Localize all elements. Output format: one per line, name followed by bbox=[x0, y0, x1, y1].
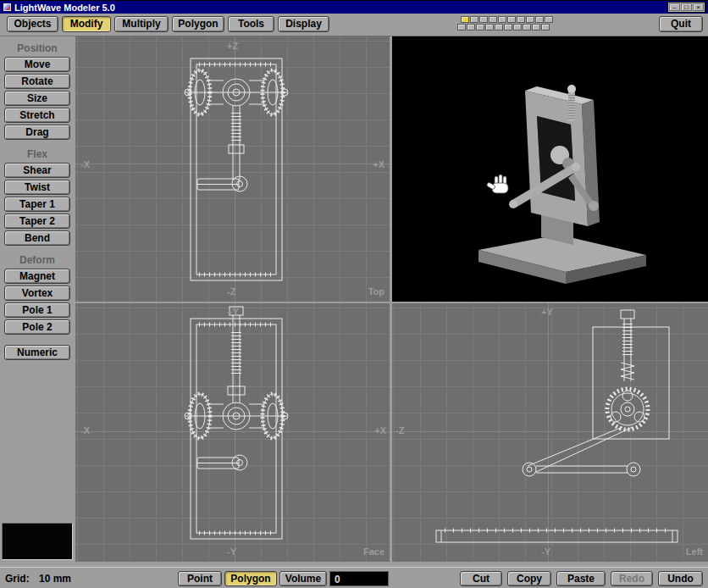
layer-bg-button-8[interactable] bbox=[523, 24, 531, 31]
layer-bg-button-6[interactable] bbox=[504, 24, 512, 31]
layer-bg-button-10[interactable] bbox=[541, 24, 550, 31]
tool-bend[interactable]: Bend bbox=[4, 230, 70, 246]
tool-magnet[interactable]: Magnet bbox=[4, 269, 70, 284]
layer-fg-button-5[interactable] bbox=[498, 16, 506, 23]
numeric-button[interactable]: Numeric bbox=[4, 345, 70, 360]
layer-bg-button-1[interactable] bbox=[457, 24, 466, 31]
tool-pole1[interactable]: Pole 1 bbox=[4, 302, 70, 318]
viewport-name-left: Left bbox=[686, 547, 703, 557]
axis-label-top: +Z bbox=[227, 42, 238, 51]
section-heading-deform: Deform bbox=[0, 255, 75, 266]
window-controls: – □ × bbox=[667, 2, 705, 13]
axis-label-bottom: -Y bbox=[541, 547, 550, 557]
viewport-top[interactable]: +Z -X +X -Z Top bbox=[75, 36, 390, 302]
tab-display[interactable]: Display bbox=[278, 16, 329, 32]
tab-modify[interactable]: Modify bbox=[62, 16, 111, 32]
tool-taper2[interactable]: Taper 2 bbox=[4, 214, 70, 229]
status-bar: Grid: 10 mm Point Polygon Volume 0 Cut C… bbox=[0, 567, 708, 588]
tab-polygon[interactable]: Polygon bbox=[172, 16, 224, 32]
top-view-canvas bbox=[75, 36, 390, 302]
minimize-button[interactable]: – bbox=[669, 3, 680, 11]
tool-drag[interactable]: Drag bbox=[4, 125, 70, 140]
mode-point-button[interactable]: Point bbox=[178, 571, 222, 586]
app-icon bbox=[3, 3, 11, 11]
tool-rotate[interactable]: Rotate bbox=[4, 74, 70, 89]
preview-swatch bbox=[2, 523, 73, 560]
layer-bg-button-4[interactable] bbox=[485, 24, 494, 31]
axis-label-right: +X bbox=[374, 426, 386, 435]
axis-lines bbox=[392, 303, 708, 562]
tool-size[interactable]: Size bbox=[4, 91, 70, 106]
layer-fg-button-7[interactable] bbox=[517, 16, 525, 23]
tool-vortex[interactable]: Vortex bbox=[4, 286, 70, 301]
mode-volume-button[interactable]: Volume bbox=[279, 571, 327, 586]
redo-button[interactable]: Redo bbox=[611, 571, 653, 586]
quit-button[interactable]: Quit bbox=[659, 16, 703, 32]
section-heading-position: Position bbox=[0, 43, 75, 54]
wireframe-face-view bbox=[185, 307, 288, 539]
preview-render-canvas bbox=[392, 36, 708, 302]
undo-button[interactable]: Undo bbox=[658, 571, 703, 586]
tool-move[interactable]: Move bbox=[4, 57, 70, 72]
selection-count-display: 0 bbox=[329, 571, 389, 586]
app-window: LightWave Modeler 5.0 – □ × Objects Modi… bbox=[0, 0, 708, 588]
layer-bg-button-9[interactable] bbox=[532, 24, 540, 31]
close-button[interactable]: × bbox=[693, 3, 704, 11]
tool-shear[interactable]: Shear bbox=[4, 163, 70, 178]
section-heading-flex: Flex bbox=[0, 149, 75, 160]
viewport-name-top: Top bbox=[368, 287, 384, 297]
layer-panel bbox=[457, 16, 557, 32]
viewport-name-face: Face bbox=[363, 547, 384, 557]
hand-cursor bbox=[486, 175, 508, 193]
layer-fg-button-8[interactable] bbox=[526, 16, 534, 23]
viewport-left[interactable]: +Y -Z -Y Left bbox=[392, 303, 708, 562]
layer-bg-button-3[interactable] bbox=[476, 24, 484, 31]
layer-bg-button-2[interactable] bbox=[467, 24, 475, 31]
tool-pole2[interactable]: Pole 2 bbox=[4, 319, 70, 335]
title-bar: LightWave Modeler 5.0 – □ × bbox=[0, 1, 708, 14]
wireframe-left-view bbox=[436, 310, 678, 542]
axis-label-left: -X bbox=[80, 160, 90, 169]
viewport-preview[interactable] bbox=[392, 36, 708, 302]
layer-fg-button-6[interactable] bbox=[507, 16, 516, 23]
face-view-canvas bbox=[75, 303, 390, 562]
tool-taper1[interactable]: Taper 1 bbox=[4, 197, 70, 212]
axis-label-top: +Y bbox=[227, 308, 239, 317]
tab-tools[interactable]: Tools bbox=[228, 16, 274, 32]
copy-button[interactable]: Copy bbox=[507, 571, 551, 586]
tab-objects[interactable]: Objects bbox=[7, 16, 58, 32]
axis-label-right: +X bbox=[373, 160, 384, 169]
axis-label-top: +Y bbox=[541, 308, 553, 317]
grid-value: 10 mm bbox=[39, 573, 71, 585]
tool-stretch[interactable]: Stretch bbox=[4, 108, 70, 123]
axis-label-left: -X bbox=[80, 426, 90, 435]
axis-label-left: -Z bbox=[395, 426, 404, 435]
axis-label-bottom: -Y bbox=[227, 547, 236, 557]
cut-button[interactable]: Cut bbox=[460, 571, 502, 586]
wireframe-top-view bbox=[185, 58, 288, 280]
layer-fg-button-2[interactable] bbox=[470, 16, 478, 23]
tool-sidebar: Position Move Rotate Size Stretch Drag F… bbox=[0, 36, 75, 567]
axis-label-bottom: -Z bbox=[227, 287, 235, 297]
left-view-canvas bbox=[392, 303, 708, 562]
layer-fg-button-3[interactable] bbox=[479, 16, 488, 23]
layer-bg-button-7[interactable] bbox=[513, 24, 522, 31]
layer-fg-button-1[interactable] bbox=[461, 16, 469, 23]
maximize-button[interactable]: □ bbox=[681, 3, 692, 11]
mode-polygon-button[interactable]: Polygon bbox=[224, 571, 277, 586]
layer-fg-button-9[interactable] bbox=[535, 16, 544, 23]
layer-fg-button-10[interactable] bbox=[545, 16, 553, 23]
tool-twist[interactable]: Twist bbox=[4, 180, 70, 195]
viewport-face[interactable]: +Y -X +X -Y Face bbox=[75, 303, 390, 562]
tab-multiply[interactable]: Multiply bbox=[114, 16, 169, 32]
layer-fg-button-4[interactable] bbox=[489, 16, 497, 23]
window-title: LightWave Modeler 5.0 bbox=[14, 3, 115, 13]
paste-button[interactable]: Paste bbox=[556, 571, 606, 586]
main-toolbar: Objects Modify Multiply Polygon Tools Di… bbox=[0, 14, 708, 36]
grid-label: Grid: bbox=[5, 573, 30, 585]
layer-bg-button-5[interactable] bbox=[495, 24, 503, 31]
